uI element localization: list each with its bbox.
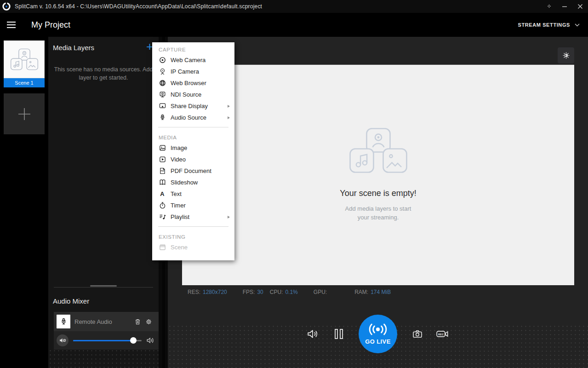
chevron-down-icon xyxy=(575,23,580,27)
menu-item-scene[interactable]: Scene xyxy=(152,242,234,253)
svg-text:PDF: PDF xyxy=(161,170,165,172)
video-icon xyxy=(159,155,166,163)
svg-text:REC: REC xyxy=(438,333,444,336)
plus-icon xyxy=(17,106,32,122)
splitcam-logo-icon xyxy=(2,2,11,11)
menu-item-audio-source[interactable]: Audio Source xyxy=(152,112,234,123)
audio-channel-settings-button[interactable] xyxy=(143,316,154,327)
audio-mixer-title: Audio Mixer xyxy=(53,297,89,305)
scene-thumbnail xyxy=(4,40,45,78)
stream-settings-button[interactable]: STREAM SETTINGS xyxy=(518,22,580,28)
menu-section-media: MEDIA xyxy=(152,131,234,142)
speaker-icon xyxy=(307,328,319,339)
ip-camera-icon xyxy=(159,68,166,75)
display-icon xyxy=(159,102,166,110)
playlist-icon xyxy=(159,213,166,221)
menu-item-timer[interactable]: Timer xyxy=(152,200,234,211)
menu-item-ndi-source[interactable]: NDI Source xyxy=(152,89,234,100)
webcam-lens-icon xyxy=(159,56,166,64)
title-bar: SplitCam v. 10.6.54 x64 - C:\Users\WDAGU… xyxy=(0,0,588,13)
hamburger-menu-icon[interactable] xyxy=(7,20,19,29)
snapshot-button[interactable] xyxy=(411,328,423,339)
broadcast-icon xyxy=(365,323,391,335)
dotted-background xyxy=(48,349,159,368)
menu-item-web-browser[interactable]: Web Browser xyxy=(152,77,234,89)
panel-resize-divider xyxy=(54,287,153,288)
empty-scene-subtitle: Add media layers to start your streaming… xyxy=(345,205,411,222)
microphone-icon xyxy=(59,317,68,326)
pause-button[interactable] xyxy=(334,328,343,339)
menu-item-slideshow[interactable]: Slideshow xyxy=(152,177,234,188)
splitcam-window: SplitCam v. 10.6.54 x64 - C:\Users\WDAGU… xyxy=(0,0,588,368)
add-layer-menu: CAPTURE Web Camera IP Camera Web Browser… xyxy=(152,42,234,260)
empty-scene-title: Your scene is empty! xyxy=(340,189,416,198)
menu-divider xyxy=(158,127,228,127)
status-ram: RAM:174 MiB xyxy=(354,289,391,295)
menu-item-share-display[interactable]: Share Display xyxy=(152,100,234,112)
scene-name-badge: Scene 1 xyxy=(4,78,45,87)
submenu-arrow-icon xyxy=(228,105,230,108)
stream-settings-label: STREAM SETTINGS xyxy=(518,22,570,28)
pin-icon[interactable] xyxy=(541,0,557,13)
gear-icon xyxy=(145,318,153,326)
audio-mixer-channel: Remote Audio xyxy=(54,312,159,350)
menu-item-ip-camera[interactable]: IP Camera xyxy=(152,66,234,77)
microphone-icon xyxy=(159,114,166,121)
status-fps: FPS:30 xyxy=(243,289,263,295)
close-button[interactable] xyxy=(572,0,588,13)
menu-section-existing: EXISTING xyxy=(152,230,234,242)
menu-divider xyxy=(158,226,228,227)
submenu-arrow-icon xyxy=(228,116,230,119)
camera-snapshot-icon xyxy=(411,328,423,339)
scene-list: Scene 1 xyxy=(0,37,48,368)
sun-brightness-icon xyxy=(562,51,571,60)
text-icon: A xyxy=(159,190,166,198)
rec-video-icon: REC xyxy=(436,328,450,339)
image-icon xyxy=(159,144,166,152)
volume-slider[interactable] xyxy=(73,337,142,344)
audio-channel-name: Remote Audio xyxy=(74,318,132,325)
speaker-icon xyxy=(146,337,155,344)
media-cluster-icon xyxy=(348,128,408,173)
status-cpu: CPU:0.1% xyxy=(270,289,298,295)
go-live-button[interactable]: GO LIVE xyxy=(359,315,397,353)
audio-source-thumbnail xyxy=(57,315,70,328)
menu-section-capture: CAPTURE xyxy=(152,43,234,54)
media-layers-empty-text: This scene has no media sources. Add lay… xyxy=(48,65,159,82)
menu-item-text[interactable]: A Text xyxy=(152,188,234,200)
svg-text:A: A xyxy=(160,190,164,197)
menu-item-video[interactable]: Video xyxy=(152,154,234,165)
submenu-arrow-icon xyxy=(228,216,230,218)
add-scene-button[interactable] xyxy=(4,93,45,134)
timer-icon xyxy=(159,201,166,209)
audio-monitor-button[interactable] xyxy=(307,328,319,339)
window-title: SplitCam v. 10.6.54 x64 - C:\Users\WDAGU… xyxy=(15,3,262,10)
trash-icon xyxy=(134,318,142,326)
status-bar: RES:1280x720 FPS:30 CPU:0.1% GPU: RAM:17… xyxy=(188,287,391,297)
video-adjustments-button[interactable] xyxy=(558,47,574,63)
page-title: My Project xyxy=(31,20,70,30)
status-res: RES:1280x720 xyxy=(188,289,227,295)
globe-icon xyxy=(159,79,166,87)
media-layers-panel: Media Layers + This scene has no media s… xyxy=(48,37,159,368)
status-gpu: GPU: xyxy=(314,289,329,295)
menu-item-web-camera[interactable]: Web Camera xyxy=(152,54,234,66)
media-layers-title: Media Layers xyxy=(53,44,94,52)
minimize-button[interactable] xyxy=(557,0,572,13)
slideshow-icon xyxy=(159,178,166,186)
scene-preview: Your scene is empty! Add media layers to… xyxy=(182,64,574,285)
menu-item-image[interactable]: Image xyxy=(152,142,234,154)
pause-icon xyxy=(334,328,343,339)
menu-item-pdf-document[interactable]: PDF PDF Document xyxy=(152,165,234,177)
menu-item-playlist[interactable]: Playlist xyxy=(152,211,234,223)
mute-button[interactable] xyxy=(57,334,69,346)
record-button[interactable]: REC xyxy=(436,328,450,339)
app-header: My Project STREAM SETTINGS xyxy=(0,13,588,37)
scene-card-1[interactable]: Scene 1 xyxy=(4,40,45,87)
resize-handle[interactable] xyxy=(90,285,117,287)
volume-slider-knob[interactable] xyxy=(130,337,137,344)
go-live-label: GO LIVE xyxy=(365,338,391,345)
delete-audio-channel-button[interactable] xyxy=(132,316,143,327)
speaker-muted-icon xyxy=(59,337,67,344)
scene-clapper-icon xyxy=(159,243,166,251)
